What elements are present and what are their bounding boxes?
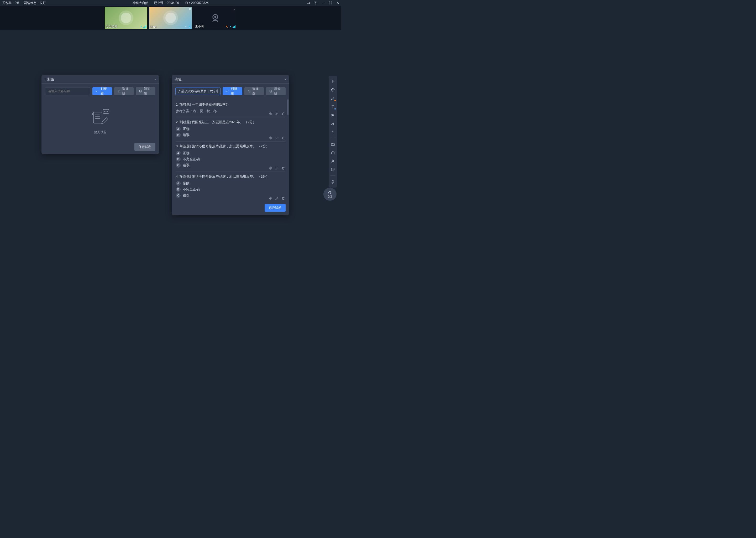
move-icon[interactable] (269, 166, 272, 170)
video-tile-student-1[interactable]: × Nina (149, 7, 192, 29)
panel-header: 测验 × (172, 75, 289, 83)
video-tile-teacher[interactable]: 叮当老师 (105, 7, 147, 29)
option-badge: B (176, 133, 181, 137)
packet-loss: 丢包率：0% (2, 1, 19, 5)
chat-tool-icon[interactable] (329, 166, 337, 173)
eraser-tool-icon[interactable] (329, 120, 337, 127)
btn-choice-question[interactable]: 选择题 (114, 87, 134, 95)
option-badge: C (176, 193, 181, 198)
mic-icon (140, 25, 143, 28)
scrollbar-thumb[interactable] (287, 99, 289, 115)
video-tile-close-icon[interactable]: × (234, 7, 235, 11)
svg-point-28 (333, 169, 333, 169)
topbar-right (307, 1, 340, 5)
panel-title: 测验 (47, 77, 54, 82)
question-list: 1 [简答题] 一年四季分别是哪四季? 参考答案：春、夏、秋、冬 2 [判断题] (172, 99, 289, 201)
move-icon[interactable] (269, 136, 272, 140)
question-item: 4 [多选题] 施华洛世奇是反华品牌，所以梁鼎琪反华。 （2分） A是的 B不完… (176, 172, 285, 201)
edit-icon[interactable] (275, 196, 279, 200)
panel-header: ‹ 测验 × (41, 75, 159, 83)
video-tile-student-2[interactable]: × 王小明 (194, 7, 237, 29)
empty-state-text: 暂无试题 (94, 130, 107, 134)
question-title: 2 [判断题] 我国宪法上一次更新是在2020年。 （2分） (176, 120, 285, 125)
save-quiz-button[interactable]: 保存试卷 (134, 143, 155, 151)
svg-point-27 (332, 169, 332, 169)
pen-tool-icon[interactable] (329, 94, 337, 102)
topbar: 丢包率：0% 网络状态：良好 神秘大自然 已上课：02:34:09 ID：202… (0, 0, 341, 6)
question-option[interactable]: B不完全正确 (176, 157, 285, 162)
move-tool-icon[interactable] (329, 86, 337, 93)
question-title: 1 [简答题] 一年四季分别是哪四季? (176, 102, 285, 107)
video-tile-indicators (140, 25, 146, 28)
cursor-tool-icon[interactable] (329, 78, 337, 85)
move-icon[interactable] (269, 196, 272, 200)
edit-icon[interactable] (275, 112, 279, 116)
folder-tool-icon[interactable] (329, 140, 337, 148)
question-option[interactable]: B不完全正确 (176, 187, 285, 192)
btn-label: 简答题 (274, 87, 282, 96)
back-icon[interactable]: ‹ (45, 77, 46, 81)
delete-icon[interactable] (281, 196, 285, 200)
elapsed-time: 已上课：02:34:09 (154, 1, 179, 5)
close-icon[interactable]: × (285, 77, 287, 81)
edit-icon[interactable] (275, 166, 279, 170)
btn-label: 简答题 (144, 87, 152, 96)
delete-icon[interactable] (281, 112, 285, 116)
question-title: 4 [多选题] 施华洛世奇是反华品牌，所以梁鼎琪反华。 （2分） (176, 175, 285, 179)
delete-icon[interactable] (281, 166, 285, 170)
option-badge: C (176, 163, 181, 168)
bell-tool-icon[interactable] (329, 178, 337, 186)
move-icon[interactable] (269, 112, 272, 116)
raise-hand-badge[interactable]: 0/2 (323, 188, 337, 201)
video-tile-label: Nina (150, 25, 157, 28)
question-option[interactable]: A正确 (176, 151, 285, 155)
btn-short-answer-question[interactable]: 简答题 (266, 87, 286, 95)
text-tool-icon[interactable] (329, 103, 337, 110)
btn-choice-question[interactable]: 选择题 (244, 87, 264, 95)
panel-footer: 保存试卷 (41, 140, 159, 154)
edit-icon[interactable] (275, 136, 279, 140)
quiz-name-input[interactable] (45, 87, 90, 95)
quiz-name-input[interactable] (175, 87, 220, 95)
panel-body: 判断题 选择题 简答题 暂无试题 (41, 83, 159, 140)
option-text: 错误 (183, 193, 190, 198)
svg-point-19 (107, 111, 108, 112)
question-actions (269, 136, 285, 140)
svg-rect-21 (270, 90, 272, 92)
question-option[interactable]: A正确 (176, 127, 285, 131)
question-option[interactable]: A是的 (176, 181, 285, 186)
option-text: 正确 (183, 127, 190, 131)
person-tool-icon[interactable] (329, 157, 337, 165)
question-actions (269, 166, 285, 170)
btn-short-answer-question[interactable]: 简答题 (136, 87, 155, 95)
video-tile-close-icon[interactable]: × (189, 7, 191, 11)
volume-bars-icon (233, 25, 235, 28)
btn-judge-question[interactable]: 判断题 (223, 87, 242, 95)
signal-icon (184, 25, 187, 28)
svg-rect-9 (230, 26, 231, 27)
option-badge: A (176, 181, 181, 186)
toolbox-tool-icon[interactable] (329, 149, 337, 156)
laser-point-tool-icon[interactable] (329, 128, 337, 135)
mic-icon (229, 25, 232, 28)
session-id: ID：2020070324 (185, 1, 209, 5)
close-window-icon[interactable] (336, 1, 340, 5)
option-text: 错误 (183, 163, 190, 168)
fullscreen-icon[interactable] (329, 1, 332, 5)
minimize-icon[interactable] (321, 1, 325, 5)
option-badge: B (176, 187, 181, 192)
delete-icon[interactable] (281, 136, 285, 140)
option-text: 错误 (183, 133, 190, 137)
save-quiz-button[interactable]: 保存试卷 (264, 204, 286, 212)
btn-judge-question[interactable]: 判断题 (92, 87, 112, 95)
close-icon[interactable]: × (154, 77, 157, 81)
option-badge: B (176, 157, 181, 162)
topbar-left: 丢包率：0% 网络状态：良好 (2, 1, 46, 5)
svg-rect-0 (307, 2, 309, 4)
scissors-tool-icon[interactable] (329, 111, 337, 119)
topbar-center: 神秘大自然 已上课：02:34:09 ID：2020070324 (132, 1, 209, 5)
svg-point-26 (332, 160, 334, 161)
camera-toggle-icon[interactable] (307, 1, 310, 5)
svg-rect-25 (332, 152, 334, 154)
settings-icon[interactable] (314, 1, 318, 5)
